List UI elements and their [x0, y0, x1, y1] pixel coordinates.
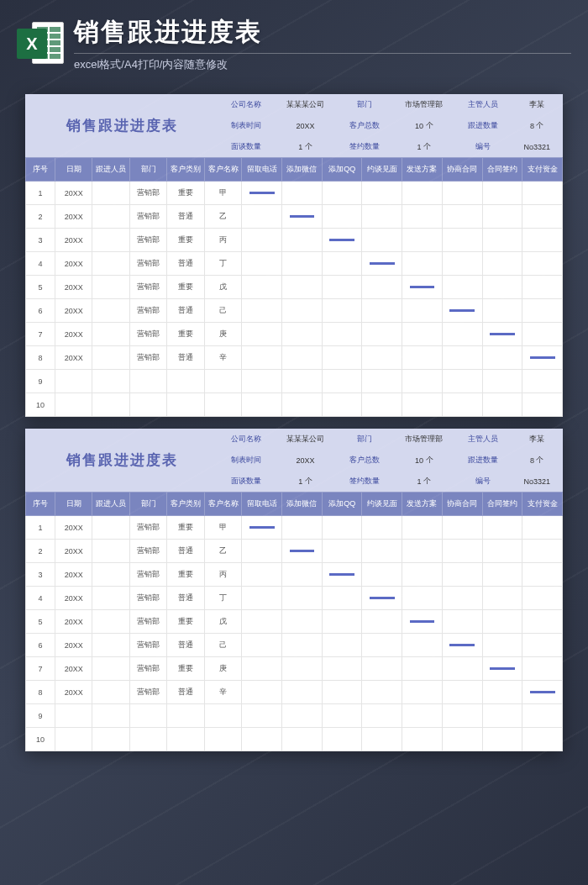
- cell: [92, 299, 130, 323]
- meta-unit: 个: [536, 120, 543, 131]
- progress-cell: [322, 563, 362, 587]
- meta-custtotal-lbl: 客户总数: [337, 450, 392, 471]
- progress-cell: [362, 229, 402, 252]
- meta-company-val: 某某某公司: [274, 429, 337, 450]
- progress-bar: [329, 239, 354, 241]
- meta-signed-val: 1: [417, 143, 422, 151]
- col-header: 序号: [26, 493, 55, 516]
- progress-cell: [282, 681, 323, 704]
- col-header: 合同签约: [482, 158, 522, 182]
- cell: [92, 728, 130, 751]
- progress-cell: [322, 610, 362, 634]
- progress-cell: [362, 182, 402, 205]
- cell: 乙: [204, 205, 242, 229]
- progress-bar: [449, 644, 475, 646]
- progress-cell: [402, 323, 443, 346]
- cell: [92, 393, 130, 417]
- table-row: 620XX营销部普通己: [26, 299, 563, 323]
- table-row: 320XX营销部重要丙: [26, 563, 563, 587]
- progress-cell: [322, 346, 362, 370]
- cell: 普通: [167, 681, 205, 704]
- cell: [204, 393, 242, 417]
- sheet-title: 销售跟进进度表: [25, 429, 218, 492]
- progress-cell: [282, 205, 323, 229]
- progress-cell: [362, 563, 402, 587]
- meta-docno-lbl: 编号: [455, 471, 511, 492]
- cell: 1: [26, 516, 55, 540]
- progress-cell: [402, 370, 443, 393]
- cell: 8: [26, 681, 55, 704]
- meta-unit: 个: [423, 476, 431, 487]
- progress-cell: [242, 704, 282, 728]
- progress-bar: [490, 333, 515, 335]
- progress-cell: [522, 587, 563, 610]
- cell: [167, 393, 205, 417]
- progress-cell: [282, 610, 323, 634]
- cell: 10: [26, 728, 55, 751]
- cell: 20XX: [55, 540, 92, 563]
- col-header: 合同签约: [482, 493, 522, 516]
- cell: [55, 704, 92, 728]
- progress-cell: [362, 681, 402, 704]
- progress-cell: [442, 299, 482, 323]
- table-row: 820XX营销部普通辛: [26, 681, 563, 704]
- table-row: 10: [26, 728, 563, 751]
- cell: 营销部: [129, 657, 167, 681]
- meta-unit: 个: [426, 120, 433, 131]
- cell: 营销部: [129, 587, 167, 610]
- progress-cell: [522, 370, 563, 393]
- cell: 营销部: [129, 299, 167, 323]
- progress-cell: [402, 634, 443, 657]
- col-header: 客户名称: [204, 158, 242, 182]
- cell: 20XX: [55, 587, 92, 610]
- meta-unit: 个: [305, 141, 312, 152]
- progress-cell: [522, 610, 563, 634]
- col-header: 发送方案: [402, 158, 443, 182]
- cell: 20XX: [55, 657, 92, 681]
- progress-cell: [322, 205, 362, 229]
- progress-cell: [402, 346, 443, 370]
- excel-icon: X: [17, 20, 64, 67]
- progress-bar: [449, 309, 475, 312]
- sheet-title: 销售跟进进度表: [25, 94, 218, 157]
- cell: 普通: [167, 634, 205, 657]
- col-header: 约谈见面: [362, 493, 402, 516]
- progress-cell: [322, 276, 362, 299]
- excel-icon-letter: X: [17, 29, 47, 59]
- progress-cell: [362, 516, 402, 540]
- progress-cell: [482, 610, 522, 634]
- meta-unit: 个: [423, 141, 431, 152]
- progress-cell: [442, 540, 482, 563]
- cell: 7: [26, 323, 55, 346]
- cell: 乙: [204, 540, 242, 563]
- meta-unit: 个: [305, 476, 312, 487]
- progress-cell: [362, 657, 402, 681]
- col-header: 客户类别: [167, 158, 205, 182]
- progress-cell: [362, 728, 402, 751]
- progress-bar: [410, 620, 435, 623]
- meta-signed-lbl: 签约数量: [337, 471, 392, 492]
- cell: [92, 346, 130, 370]
- progress-bar: [290, 550, 315, 552]
- cell: 1: [26, 182, 55, 205]
- cell: 丁: [204, 587, 242, 610]
- meta-maketime-lbl: 制表时间: [218, 450, 274, 471]
- page-subtitle: excel格式/A4打印/内容随意修改: [74, 53, 571, 72]
- progress-cell: [402, 299, 443, 323]
- progress-cell: [242, 516, 282, 540]
- cell: 重要: [167, 563, 205, 587]
- progress-cell: [522, 323, 563, 346]
- cell: [92, 657, 130, 681]
- cell: [92, 182, 130, 205]
- meta-unit: 个: [536, 455, 543, 466]
- cell: [92, 610, 130, 634]
- table-row: 10: [26, 393, 563, 417]
- progress-cell: [242, 728, 282, 751]
- meta-follow-lbl: 跟进数量: [455, 115, 511, 136]
- progress-cell: [482, 657, 522, 681]
- cell: 营销部: [129, 540, 167, 563]
- progress-cell: [482, 563, 522, 587]
- meta-signed-lbl: 签约数量: [337, 136, 392, 157]
- cell: 营销部: [129, 229, 167, 252]
- progress-cell: [402, 252, 443, 276]
